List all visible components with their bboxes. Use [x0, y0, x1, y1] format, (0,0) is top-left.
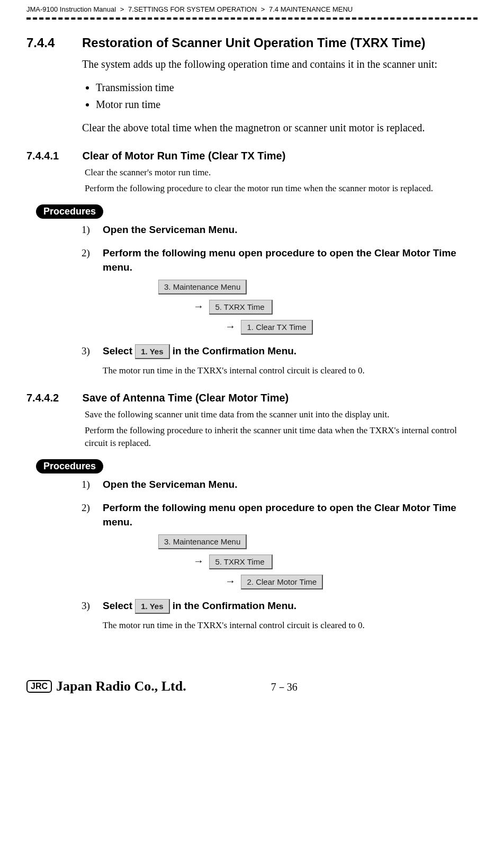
subsection-number: 7.4.4.1: [26, 150, 79, 162]
paragraph: Perform the following procedure to clear…: [85, 182, 478, 195]
list-item: Motor run time: [96, 96, 478, 113]
step-text: Perform the following menu open procedur…: [103, 247, 456, 273]
subsection-title: Clear of Motor Run Time (Clear TX Time): [83, 150, 286, 162]
menu-button[interactable]: 2. Clear Motor Time: [241, 575, 323, 589]
breadcrumb-manual: JMA-9100 Instruction Manual: [26, 5, 116, 13]
list-item: Transmission time: [96, 79, 478, 96]
menu-button[interactable]: 3. Maintenance Menu: [158, 534, 247, 549]
step-item: Perform the following menu open procedur…: [82, 246, 478, 335]
section-title: Restoration of Scanner Unit Operation Ti…: [82, 35, 478, 50]
bullet-list: Transmission time Motor run time: [82, 79, 478, 113]
clear-note: Clear the above total time when the magn…: [82, 120, 478, 135]
paragraph: Clear the scanner's motor run time.: [85, 166, 478, 179]
subsection-heading: 7.4.4.2 Save of Antenna Time (Clear Moto…: [26, 392, 478, 404]
step-text-pre: Select: [103, 345, 135, 356]
subsection-number: 7.4.4.2: [26, 392, 79, 404]
subsection-heading: 7.4.4.1 Clear of Motor Run Time (Clear T…: [26, 150, 478, 162]
menu-button[interactable]: 1. Clear TX Time: [241, 320, 312, 335]
yes-button[interactable]: 1. Yes: [135, 599, 169, 614]
step-item: Select 1. Yes in the Confirmation Menu. …: [82, 344, 478, 377]
step-text-post: in the Confirmation Menu.: [173, 600, 296, 611]
step-note: The motor run time in the TXRX's interna…: [103, 364, 478, 377]
menu-path: 3. Maintenance Menu → 5. TXRX Time → 2. …: [158, 534, 478, 589]
breadcrumb-section: 7.4 MAINTENANCE MENU: [269, 5, 353, 13]
step-text: Open the Serviceman Menu.: [103, 224, 237, 235]
page-footer: JRC Japan Radio Co., Ltd. 7－36: [0, 663, 504, 705]
yes-button[interactable]: 1. Yes: [135, 344, 169, 359]
step-text: Open the Serviceman Menu.: [103, 479, 237, 490]
section-number: 7.4.4: [26, 35, 82, 50]
arrow-right-icon: →: [225, 320, 236, 332]
jrc-logo-script: Japan Radio Co., Ltd.: [56, 678, 186, 694]
breadcrumb-chapter: 7.SETTINGS FOR SYSTEM OPERATION: [128, 5, 257, 13]
page-number: 7－36: [271, 680, 298, 694]
arrow-right-icon: →: [225, 575, 236, 587]
step-item: Select 1. Yes in the Confirmation Menu. …: [82, 599, 478, 632]
procedure-steps: Open the Serviceman Menu. Perform the fo…: [82, 478, 478, 632]
step-note: The motor run time in the TXRX's interna…: [103, 619, 478, 632]
paragraph: Perform the following procedure to inher…: [85, 424, 478, 450]
step-text-pre: Select: [103, 600, 135, 611]
procedures-badge: Procedures: [36, 459, 103, 473]
menu-button[interactable]: 3. Maintenance Menu: [158, 280, 247, 294]
chevron-right-icon: >: [120, 5, 124, 13]
procedures-badge: Procedures: [36, 204, 103, 219]
step-item: Open the Serviceman Menu.: [82, 223, 478, 237]
jrc-logo-box: JRC: [26, 680, 52, 693]
chevron-right-icon: >: [261, 5, 265, 13]
procedure-steps: Open the Serviceman Menu. Perform the fo…: [82, 223, 478, 378]
intro-text: The system adds up the following operati…: [82, 57, 478, 72]
arrow-right-icon: →: [193, 300, 204, 312]
jrc-logo: JRC Japan Radio Co., Ltd.: [26, 678, 186, 694]
subsection-title: Save of Antenna Time (Clear Motor Time): [83, 392, 289, 404]
menu-button[interactable]: 5. TXRX Time: [209, 555, 273, 569]
step-item: Perform the following menu open procedur…: [82, 501, 478, 589]
arrow-right-icon: →: [193, 555, 204, 567]
step-item: Open the Serviceman Menu.: [82, 478, 478, 492]
divider: [26, 17, 478, 20]
menu-path: 3. Maintenance Menu → 5. TXRX Time → 1. …: [158, 280, 478, 335]
paragraph: Save the following scanner unit time dat…: [85, 408, 478, 421]
breadcrumb: JMA-9100 Instruction Manual > 7.SETTINGS…: [26, 0, 478, 15]
step-text: Perform the following menu open procedur…: [103, 502, 456, 528]
step-text-post: in the Confirmation Menu.: [173, 345, 296, 356]
menu-button[interactable]: 5. TXRX Time: [209, 300, 273, 315]
